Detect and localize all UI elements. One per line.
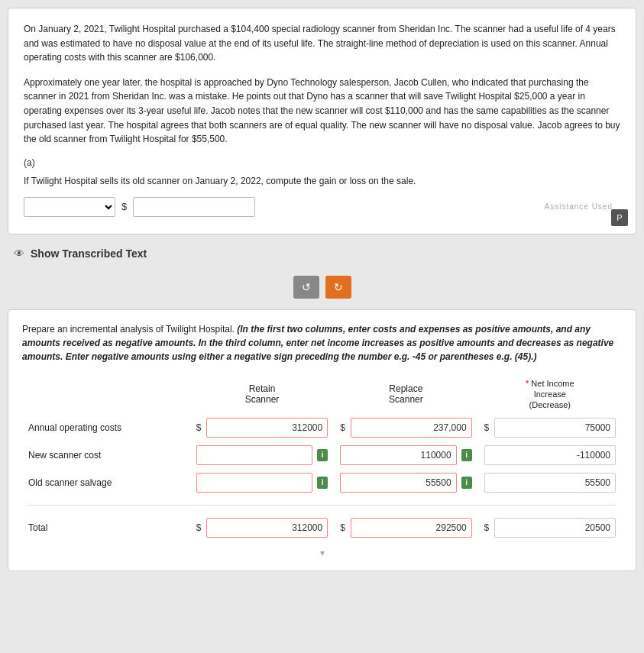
input-replace-1[interactable] <box>340 445 456 465</box>
cell-retain-2: i <box>190 469 334 496</box>
toolbar-row: ↺ ↻ <box>8 276 636 299</box>
top-panel: On January 2, 2021, Twilight Hospital pu… <box>8 8 636 234</box>
label-col-header <box>22 374 190 414</box>
undo-icon: ↺ <box>302 281 311 293</box>
dollar-retain-0: $ <box>196 422 202 433</box>
gain-loss-dropdown[interactable]: Gain Loss <box>24 197 115 217</box>
info-button-retain-1[interactable]: i <box>317 449 328 461</box>
analysis-table: RetainScanner ReplaceScanner * Net Incom… <box>22 374 622 541</box>
input-retain-0[interactable] <box>206 418 328 438</box>
info-button-replace-2[interactable]: i <box>461 477 472 489</box>
dollar-net-total: $ <box>484 522 490 533</box>
replace-scanner-header: ReplaceScanner <box>334 374 477 414</box>
input-replace-2[interactable] <box>340 473 456 493</box>
cell-replace-0: $ <box>334 414 477 441</box>
input-net-1[interactable] <box>484 445 616 465</box>
intro-text: Prepare an incremental analysis of Twili… <box>22 324 235 335</box>
paragraph-2: Approximately one year later, the hospit… <box>24 76 620 147</box>
table-row: New scanner cost i i <box>22 441 622 469</box>
input-net-total[interactable] <box>494 518 616 538</box>
cell-retain-0: $ <box>190 414 334 441</box>
row-label-2: Old scanner salvage <box>22 469 190 496</box>
bottom-panel: Prepare an incremental analysis of Twili… <box>8 309 636 571</box>
more-content-label: ▾ <box>22 548 622 558</box>
cell-retain-1: i <box>190 441 334 469</box>
row-label-1: New scanner cost <box>22 441 190 469</box>
question-text: If Twilight Hospital sells its old scann… <box>24 174 620 188</box>
cell-retain-total: $ <box>190 514 334 541</box>
transcribed-link-row: 👁 Show Transcribed Text <box>8 247 636 260</box>
table-row: Annual operating costs $ $ <box>22 414 622 441</box>
cell-replace-1: i <box>334 441 477 469</box>
section-label: (a) <box>24 157 620 168</box>
input-replace-0[interactable] <box>351 418 472 438</box>
cell-replace-total: $ <box>334 514 477 541</box>
dollar-net-0: $ <box>484 422 490 433</box>
show-transcribed-text-link[interactable]: Show Transcribed Text <box>31 247 147 260</box>
paragraph-1: On January 2, 2021, Twilight Hospital pu… <box>24 22 620 65</box>
answer-input-row: Gain Loss $ <box>24 197 620 217</box>
dollar-retain-total: $ <box>196 522 202 533</box>
eye-icon: 👁 <box>12 247 26 260</box>
net-income-header: * Net IncomeIncrease(Decrease) <box>478 374 622 414</box>
cell-net-0: $ <box>478 414 622 441</box>
corner-icon-label: P <box>616 213 622 222</box>
main-container: On January 2, 2021, Twilight Hospital pu… <box>0 0 644 579</box>
cell-net-total: $ <box>478 514 622 541</box>
redo-icon: ↻ <box>334 281 343 293</box>
table-header-row: RetainScanner ReplaceScanner * Net Incom… <box>22 374 622 414</box>
cell-net-1 <box>478 441 622 469</box>
row-label-0: Annual operating costs <box>22 414 190 441</box>
input-net-0[interactable] <box>494 418 616 438</box>
undo-button[interactable]: ↺ <box>293 276 319 299</box>
dollar-replace-total: $ <box>340 522 345 533</box>
input-retain-total[interactable] <box>206 518 328 538</box>
input-net-2[interactable] <box>484 473 616 493</box>
amount-input[interactable] <box>133 197 255 217</box>
info-button-replace-1[interactable]: i <box>461 449 472 461</box>
input-retain-2[interactable] <box>196 473 312 493</box>
cell-net-2 <box>478 469 622 496</box>
bottom-intro: Prepare an incremental analysis of Twili… <box>22 322 622 364</box>
dollar-replace-0: $ <box>340 422 345 433</box>
cell-replace-2: i <box>334 469 477 496</box>
redo-button[interactable]: ↻ <box>325 276 351 299</box>
table-row: Old scanner salvage i i <box>22 469 622 496</box>
input-replace-total[interactable] <box>351 518 472 538</box>
info-button-retain-2[interactable]: i <box>317 477 328 489</box>
row-label-total: Total <box>22 514 190 541</box>
input-retain-1[interactable] <box>196 445 312 465</box>
watermark: Assistance Used <box>545 202 613 211</box>
divider-row <box>22 496 622 514</box>
corner-icon: P <box>611 209 628 226</box>
dollar-sign: $ <box>121 201 127 212</box>
table-row-total: Total $ $ <box>22 514 622 541</box>
retain-scanner-header: RetainScanner <box>190 374 334 414</box>
